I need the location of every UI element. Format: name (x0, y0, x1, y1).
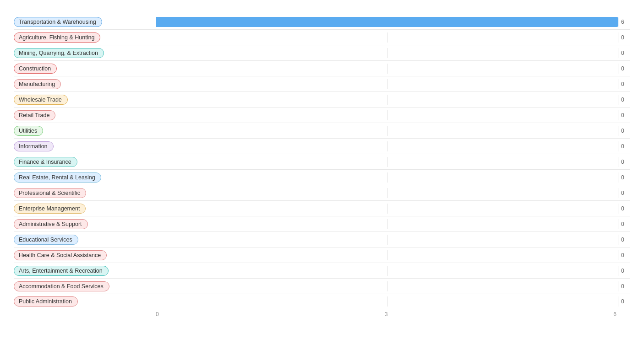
bar-container: 0 (156, 110, 630, 120)
label-area: Public Administration (14, 296, 156, 307)
bar-track (156, 219, 618, 229)
bar-row: Utilities0 (14, 123, 630, 138)
axis-label: 3 (385, 311, 388, 317)
label-area: Professional & Scientific (14, 188, 156, 198)
bar-container: 0 (156, 126, 630, 136)
bar-value-label: 0 (621, 159, 630, 165)
axis-label: 6 (613, 311, 617, 317)
bar-container: 0 (156, 219, 630, 229)
bar-row: Health Care & Social Assistance0 (14, 247, 630, 263)
bar-value-label: 0 (621, 190, 630, 196)
bar-value-label: 0 (621, 97, 630, 103)
industry-label: Construction (14, 64, 57, 74)
bar-row: Accommodation & Food Services0 (14, 278, 630, 294)
bar-value-label: 0 (621, 65, 630, 72)
bar-row: Administrative & Support0 (14, 216, 630, 231)
bar-track (156, 266, 618, 276)
label-area: Transportation & Warehousing (14, 17, 156, 27)
bar-track (156, 281, 618, 291)
bar-value-label: 0 (621, 143, 630, 150)
label-area: Information (14, 141, 156, 151)
bar-fill (156, 17, 618, 27)
bar-value-label: 6 (621, 19, 630, 25)
label-area: Real Estate, Rental & Leasing (14, 172, 156, 183)
bar-row: Manufacturing0 (14, 76, 630, 91)
label-area: Administrative & Support (14, 219, 156, 229)
bar-track (156, 141, 618, 151)
bar-container: 0 (156, 172, 630, 183)
industry-label: Utilities (14, 126, 43, 136)
bar-track (156, 17, 618, 27)
bar-container: 0 (156, 296, 630, 307)
chart-area: Transportation & Warehousing6Agriculture… (14, 14, 630, 309)
industry-label: Mining, Quarrying, & Extraction (14, 48, 104, 58)
industry-label: Public Administration (14, 296, 78, 307)
bar-container: 6 (156, 17, 630, 27)
bar-track (156, 32, 618, 43)
bar-value-label: 0 (621, 81, 630, 87)
bar-container: 0 (156, 32, 630, 43)
bar-row: Professional & Scientific0 (14, 185, 630, 200)
industry-label: Real Estate, Rental & Leasing (14, 172, 101, 183)
bar-track (156, 296, 618, 307)
industry-label: Educational Services (14, 235, 78, 245)
label-area: Mining, Quarrying, & Extraction (14, 48, 156, 58)
bar-value-label: 0 (621, 298, 630, 305)
bar-value-label: 0 (621, 112, 630, 118)
bar-track (156, 235, 618, 245)
label-area: Finance & Insurance (14, 157, 156, 167)
bar-container: 0 (156, 250, 630, 260)
bar-row: Construction0 (14, 60, 630, 76)
label-area: Retail Trade (14, 110, 156, 120)
industry-label: Arts, Entertainment & Recreation (14, 266, 109, 276)
bar-track (156, 157, 618, 167)
bar-value-label: 0 (621, 128, 630, 134)
industry-label: Information (14, 141, 54, 151)
label-area: Manufacturing (14, 79, 156, 89)
bar-track (156, 172, 618, 183)
label-area: Agriculture, Fishing & Hunting (14, 32, 156, 43)
bar-track (156, 64, 618, 74)
industry-label: Retail Trade (14, 110, 55, 120)
bar-container: 0 (156, 204, 630, 214)
bar-container: 0 (156, 64, 630, 74)
label-area: Utilities (14, 126, 156, 136)
bar-row: Enterprise Management0 (14, 200, 630, 216)
bar-row: Information0 (14, 138, 630, 154)
industry-label: Agriculture, Fishing & Hunting (14, 32, 100, 43)
bar-value-label: 0 (621, 34, 630, 41)
bar-container: 0 (156, 95, 630, 105)
label-area: Enterprise Management (14, 204, 156, 214)
bar-container: 0 (156, 141, 630, 151)
bar-row: Retail Trade0 (14, 107, 630, 123)
bar-row: Wholesale Trade0 (14, 91, 630, 107)
label-area: Wholesale Trade (14, 95, 156, 105)
bar-track (156, 110, 618, 120)
bar-track (156, 126, 618, 136)
bar-value-label: 0 (621, 283, 630, 290)
industry-label: Transportation & Warehousing (14, 17, 102, 27)
label-area: Arts, Entertainment & Recreation (14, 266, 156, 276)
bar-container: 0 (156, 48, 630, 58)
bar-container: 0 (156, 188, 630, 198)
label-area: Educational Services (14, 235, 156, 245)
industry-label: Manufacturing (14, 79, 61, 89)
industry-label: Professional & Scientific (14, 188, 86, 198)
bar-container: 0 (156, 281, 630, 291)
label-area: Construction (14, 64, 156, 74)
bar-row: Arts, Entertainment & Recreation0 (14, 263, 630, 278)
bar-container: 0 (156, 266, 630, 276)
bar-row: Public Administration0 (14, 294, 630, 309)
industry-label: Health Care & Social Assistance (14, 250, 107, 260)
bar-track (156, 48, 618, 58)
bar-container: 0 (156, 79, 630, 89)
industry-label: Accommodation & Food Services (14, 281, 109, 291)
bar-container: 0 (156, 235, 630, 245)
bar-value-label: 0 (621, 205, 630, 212)
bar-value-label: 0 (621, 252, 630, 258)
axis-label: 0 (156, 311, 159, 317)
bar-row: Educational Services0 (14, 231, 630, 247)
bar-track (156, 188, 618, 198)
bar-track (156, 95, 618, 105)
bar-container: 0 (156, 157, 630, 167)
